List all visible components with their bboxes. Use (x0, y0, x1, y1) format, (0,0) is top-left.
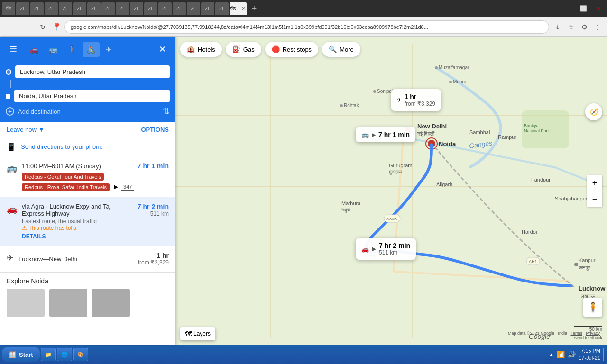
extensions-icon[interactable]: ⚙ (579, 21, 590, 33)
rest-stop-icon: 🛑 (272, 46, 280, 53)
explore-thumbnail-2[interactable] (49, 289, 87, 317)
tab-zf-9[interactable]: ZF (130, 2, 143, 15)
bus-bubble-icon: 🚌 (361, 131, 369, 138)
route-item-flight[interactable]: ✈ Lucknow—New Delhi 1 hr from ₹3,329 (0, 246, 175, 272)
svg-text:Sambhal: Sambhal (469, 129, 490, 135)
car-distance: 511 km (138, 210, 169, 217)
bus-number: 347 (121, 183, 134, 191)
chrome-icon: 🌐 (61, 352, 68, 358)
hotels-filter-button[interactable]: 🏨 Hotels (180, 42, 222, 57)
svg-text:कानपुर: कानपुर (578, 265, 590, 271)
tab-zf-5[interactable]: ZF (73, 2, 86, 15)
swap-button[interactable]: ⇅ (163, 106, 170, 117)
svg-text:Bardiya: Bardiya (524, 123, 539, 128)
close-button[interactable]: ✕ (592, 2, 605, 15)
svg-text:मथुरा: मथुरा (341, 207, 350, 213)
transport-driving[interactable]: 🚗 (26, 42, 43, 57)
tab-zf-15[interactable]: ZF (215, 2, 229, 15)
tab-active[interactable]: 🗺Maps✕ (230, 2, 247, 15)
svg-point-29 (574, 263, 578, 266)
terms-link[interactable]: Terms (570, 331, 582, 336)
svg-text:Kanpur: Kanpur (579, 257, 596, 263)
tab-zf-7[interactable]: ZF (101, 2, 115, 15)
tab-zf-6[interactable]: ZF (87, 2, 101, 15)
forward-button[interactable]: → (20, 20, 33, 34)
privacy-link[interactable]: Privacy (586, 331, 600, 336)
more-filter-button[interactable]: 🔍 More (322, 42, 360, 57)
layers-button[interactable]: 🗺 Layers (180, 327, 215, 340)
tab-zf-14[interactable]: ZF (201, 2, 214, 15)
taskbar-app-paint[interactable]: 🎨 (73, 348, 88, 361)
start-label: Start (19, 351, 33, 358)
show-desktop-button[interactable] (603, 348, 605, 361)
transport-flying[interactable]: ✈ (101, 42, 115, 57)
add-destination-button[interactable]: + (6, 107, 14, 116)
back-button[interactable]: ← (4, 20, 17, 34)
close-directions-button[interactable]: ✕ (155, 42, 170, 57)
tab-zf-12[interactable]: ZF (173, 2, 186, 15)
destination-input[interactable] (14, 90, 170, 102)
rest-stops-label: Rest stops (283, 46, 312, 53)
bookmark-icon[interactable]: ☆ (565, 21, 577, 33)
tab-zf-2[interactable]: ZF (30, 2, 44, 15)
map-data-credit: Map data ©2021 Google India Terms Privac… (507, 331, 602, 340)
minimize-button[interactable]: — (561, 2, 575, 15)
zoom-controls: + − (587, 175, 602, 207)
tab-zf-3[interactable]: ZF (45, 2, 58, 15)
start-button[interactable]: 🪟 Start (2, 347, 40, 362)
plane-icon: ✈ (7, 253, 14, 263)
route-item-bus[interactable]: 🚌 11:00 PM–6:01 AM (Sunday) 7 hr 1 min R… (0, 156, 175, 197)
tab-zf-8[interactable]: ZF (116, 2, 129, 15)
new-tab-button[interactable]: + (248, 2, 261, 15)
tab-zf-1[interactable]: ZF (16, 2, 29, 15)
explore-thumbnail-1[interactable] (7, 289, 45, 317)
tab-maps-icon[interactable]: 🗺 (2, 2, 15, 15)
bus-duration: 7 hr 1 min (138, 162, 169, 170)
origin-input[interactable] (15, 65, 170, 78)
menu-icon[interactable]: ⋮ (592, 21, 603, 33)
street-view-button[interactable]: 🧍 (583, 298, 602, 317)
map-area[interactable]: Ganges New Delhi नई दिल्ली Noida Gurugra… (175, 37, 607, 345)
tab-zf-11[interactable]: ZF (158, 2, 172, 15)
compass-button[interactable]: 🧭 (585, 103, 602, 120)
taskbar-app-chrome[interactable]: 🌐 (57, 348, 72, 361)
menu-button[interactable]: ☰ (6, 42, 21, 57)
gas-filter-button[interactable]: ⛽ Gas (226, 42, 261, 57)
address-bar[interactable] (64, 20, 549, 34)
tab-zf-4[interactable]: ZF (59, 2, 72, 15)
zoom-in-button[interactable]: + (587, 175, 602, 191)
transport-walking[interactable]: 🚶 (64, 42, 81, 57)
explore-title: Explore Noida (7, 277, 169, 285)
svg-text:New Delhi: New Delhi (417, 123, 447, 130)
tab-zf-10[interactable]: ZF (144, 2, 157, 15)
route-item-car[interactable]: 🚗 via Agra - Lucknow Expy and Taj Expres… (0, 197, 175, 246)
flight-duration: 1 hr (138, 252, 169, 259)
rest-stops-filter-button[interactable]: 🛑 Rest stops (265, 42, 318, 57)
destination-row (6, 90, 170, 102)
transport-transit[interactable]: 🚌 (45, 42, 62, 57)
file-explorer-icon: 📁 (45, 352, 52, 358)
origin-row (6, 65, 170, 78)
taskbar-app-file-explorer[interactable]: 📁 (41, 348, 56, 361)
explore-thumbnail-3[interactable] (92, 289, 130, 317)
send-directions-link[interactable]: Send directions to your phone (21, 143, 103, 150)
details-link[interactable]: DETAILS (22, 233, 169, 240)
leave-now-button[interactable]: Leave now ▼ (7, 126, 45, 133)
sidebar: ☰ 🚗 🚌 🚶 🚴 ✈ ✕ + Add destin (0, 37, 175, 345)
car-route-bubble[interactable]: 🚗 ▶ 7 hr 2 min 511 km (356, 238, 416, 260)
svg-text:Mathura: Mathura (341, 200, 361, 206)
options-button[interactable]: OPTIONS (141, 126, 169, 133)
maximize-button[interactable]: ⬜ (577, 2, 590, 15)
zoom-out-button[interactable]: − (587, 191, 602, 207)
transport-cycling[interactable]: 🚴 (83, 42, 100, 57)
show-hidden-icon[interactable]: ▲ (549, 352, 554, 357)
svg-point-36 (449, 81, 452, 83)
send-feedback-link[interactable]: Send feedback (574, 336, 602, 340)
car-duration: 7 hr 2 min (138, 203, 169, 210)
tab-zf-13[interactable]: ZF (187, 2, 200, 15)
arrow-icon-transit: ▶ (372, 132, 376, 138)
transit-route-bubble[interactable]: 🚌 ▶ 7 hr 1 min (356, 127, 415, 142)
download-icon[interactable]: ⇣ (552, 21, 563, 33)
refresh-button[interactable]: ↻ (36, 20, 49, 34)
flight-route-bubble[interactable]: ✈ 1 hr from ₹3,329 (391, 89, 441, 111)
